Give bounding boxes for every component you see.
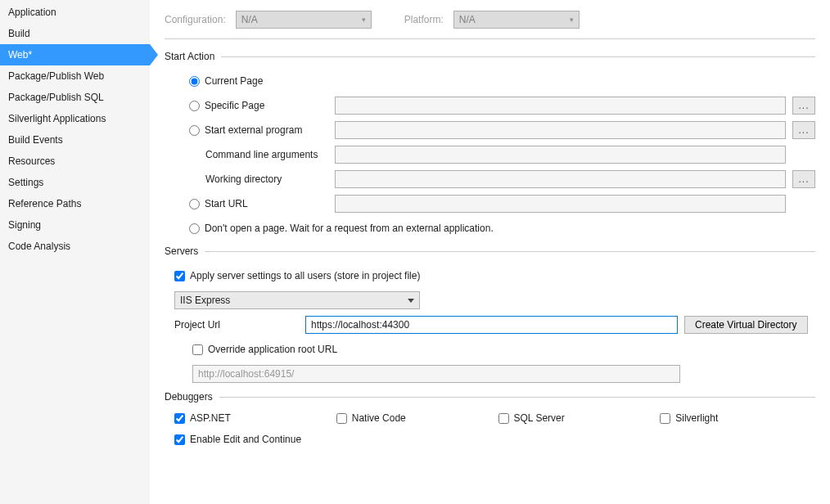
divider bbox=[221, 56, 815, 57]
configuration-label: Configuration: bbox=[165, 14, 226, 25]
sidebar-item-package-publish-sql[interactable]: Package/Publish SQL bbox=[0, 87, 150, 108]
specific-page-field[interactable] bbox=[335, 97, 786, 115]
cmd-args-field[interactable] bbox=[335, 146, 786, 164]
sidebar-item-web[interactable]: Web* bbox=[0, 44, 150, 65]
aspnet-checkbox[interactable]: ASP.NET bbox=[174, 412, 330, 424]
start-action-section: Start Action Current Page Specific Page bbox=[165, 51, 815, 237]
silverlight-checkbox-input[interactable] bbox=[660, 413, 670, 424]
silverlight-checkbox[interactable]: Silverlight bbox=[660, 412, 815, 424]
start-url-radio[interactable]: Start URL bbox=[189, 198, 328, 209]
enable-edit-continue-label: Enable Edit and Continue bbox=[190, 434, 301, 445]
sidebar-item-build-events[interactable]: Build Events bbox=[0, 129, 150, 151]
sidebar-item-label: Package/Publish Web bbox=[8, 70, 104, 82]
dont-open-page-radio-input[interactable] bbox=[189, 223, 200, 234]
external-program-radio-input[interactable] bbox=[189, 125, 200, 136]
aspnet-checkbox-input[interactable] bbox=[174, 413, 185, 424]
native-code-checkbox[interactable]: Native Code bbox=[336, 412, 492, 424]
sidebar-item-label: Settings bbox=[8, 177, 43, 188]
start-url-radio-label: Start URL bbox=[205, 198, 248, 209]
specific-page-radio-label: Specific Page bbox=[205, 100, 264, 111]
platform-dropdown: N/A ▾ bbox=[453, 11, 580, 29]
external-program-browse-button[interactable] bbox=[792, 121, 815, 139]
apply-all-users-checkbox-input[interactable] bbox=[174, 271, 185, 281]
config-platform-bar: Configuration: N/A ▾ Platform: N/A ▾ bbox=[165, 0, 815, 39]
sidebar-item-label: Signing bbox=[8, 219, 41, 231]
sidebar-item-label: Code Analysis bbox=[8, 241, 70, 252]
cmd-args-label: Command line arguments bbox=[189, 149, 328, 160]
divider bbox=[219, 397, 815, 398]
specific-page-browse-button[interactable] bbox=[792, 97, 815, 115]
sql-server-checkbox-input[interactable] bbox=[498, 413, 509, 424]
sidebar-item-label: Build Events bbox=[8, 134, 63, 146]
debuggers-section: Debuggers ASP.NET Native Code SQL Serv bbox=[165, 391, 815, 448]
sidebar-item-silverlight-applications[interactable]: Silverlight Applications bbox=[0, 108, 150, 129]
start-url-field[interactable] bbox=[335, 195, 786, 213]
sidebar-item-label: Resources bbox=[8, 155, 55, 167]
native-code-checkbox-input[interactable] bbox=[336, 413, 347, 424]
start-url-radio-input[interactable] bbox=[189, 199, 200, 209]
current-page-radio[interactable]: Current Page bbox=[189, 75, 263, 87]
project-url-label: Project Url bbox=[174, 319, 299, 331]
dont-open-page-radio[interactable]: Don't open a page. Wait for a request fr… bbox=[189, 223, 494, 234]
override-root-checkbox-input[interactable] bbox=[192, 344, 203, 355]
configuration-dropdown: N/A ▾ bbox=[236, 11, 372, 29]
debuggers-title: Debuggers bbox=[165, 391, 213, 403]
current-page-radio-label: Current Page bbox=[205, 75, 263, 87]
apply-all-users-checkbox[interactable]: Apply server settings to all users (stor… bbox=[174, 270, 420, 281]
sidebar-item-application[interactable]: Application bbox=[0, 2, 150, 23]
silverlight-label: Silverlight bbox=[675, 412, 718, 424]
sql-server-checkbox[interactable]: SQL Server bbox=[498, 412, 654, 424]
override-root-checkbox[interactable]: Override application root URL bbox=[192, 344, 337, 355]
specific-page-radio-input[interactable] bbox=[189, 101, 200, 111]
dont-open-page-radio-label: Don't open a page. Wait for a request fr… bbox=[205, 223, 494, 234]
sidebar-item-label: Package/Publish SQL bbox=[8, 92, 104, 103]
configuration-value: N/A bbox=[241, 14, 258, 25]
enable-edit-continue-checkbox-input[interactable] bbox=[174, 434, 185, 445]
chevron-down-icon bbox=[408, 299, 414, 303]
working-dir-label: Working directory bbox=[189, 173, 328, 185]
server-type-dropdown[interactable]: IIS Express bbox=[174, 291, 420, 309]
sidebar-item-label: Silverlight Applications bbox=[8, 113, 106, 124]
aspnet-label: ASP.NET bbox=[190, 412, 231, 424]
external-program-radio[interactable]: Start external program bbox=[189, 124, 328, 136]
project-url-field[interactable] bbox=[305, 316, 678, 334]
divider bbox=[205, 251, 815, 252]
sidebar-item-label: Web* bbox=[8, 49, 32, 61]
create-virtual-directory-button[interactable]: Create Virtual Directory bbox=[684, 316, 808, 334]
server-type-value: IIS Express bbox=[180, 295, 230, 306]
project-properties-page: Application Build Web* Package/Publish W… bbox=[0, 0, 830, 504]
web-settings-panel: Configuration: N/A ▾ Platform: N/A ▾ Sta… bbox=[150, 0, 830, 504]
sidebar-item-build[interactable]: Build bbox=[0, 23, 150, 44]
native-code-label: Native Code bbox=[352, 412, 406, 424]
sidebar-item-settings[interactable]: Settings bbox=[0, 172, 150, 193]
sql-server-label: SQL Server bbox=[514, 412, 565, 424]
sidebar-item-package-publish-web[interactable]: Package/Publish Web bbox=[0, 65, 150, 87]
sidebar-item-reference-paths[interactable]: Reference Paths bbox=[0, 193, 150, 214]
current-page-radio-input[interactable] bbox=[189, 76, 200, 87]
sidebar-item-resources[interactable]: Resources bbox=[0, 151, 150, 172]
specific-page-radio[interactable]: Specific Page bbox=[189, 100, 328, 111]
enable-edit-continue-checkbox[interactable]: Enable Edit and Continue bbox=[174, 434, 301, 445]
external-program-radio-label: Start external program bbox=[205, 124, 302, 136]
working-dir-field[interactable] bbox=[335, 170, 786, 188]
chevron-down-icon: ▾ bbox=[362, 16, 366, 24]
servers-section: Servers Apply server settings to all use… bbox=[165, 245, 815, 383]
override-root-field bbox=[192, 365, 680, 383]
override-root-label: Override application root URL bbox=[208, 344, 337, 355]
sidebar-item-code-analysis[interactable]: Code Analysis bbox=[0, 236, 150, 257]
properties-sidebar: Application Build Web* Package/Publish W… bbox=[0, 0, 150, 504]
working-dir-browse-button[interactable] bbox=[792, 170, 815, 188]
sidebar-item-signing[interactable]: Signing bbox=[0, 214, 150, 236]
sidebar-item-label: Application bbox=[8, 7, 56, 18]
sidebar-item-label: Reference Paths bbox=[8, 198, 81, 209]
platform-label: Platform: bbox=[404, 14, 444, 25]
start-action-title: Start Action bbox=[165, 51, 214, 62]
servers-title: Servers bbox=[165, 245, 198, 257]
external-program-field[interactable] bbox=[335, 121, 786, 139]
sidebar-item-label: Build bbox=[8, 28, 30, 39]
chevron-down-icon: ▾ bbox=[570, 16, 574, 24]
platform-value: N/A bbox=[459, 14, 476, 25]
apply-all-users-label: Apply server settings to all users (stor… bbox=[190, 270, 420, 281]
